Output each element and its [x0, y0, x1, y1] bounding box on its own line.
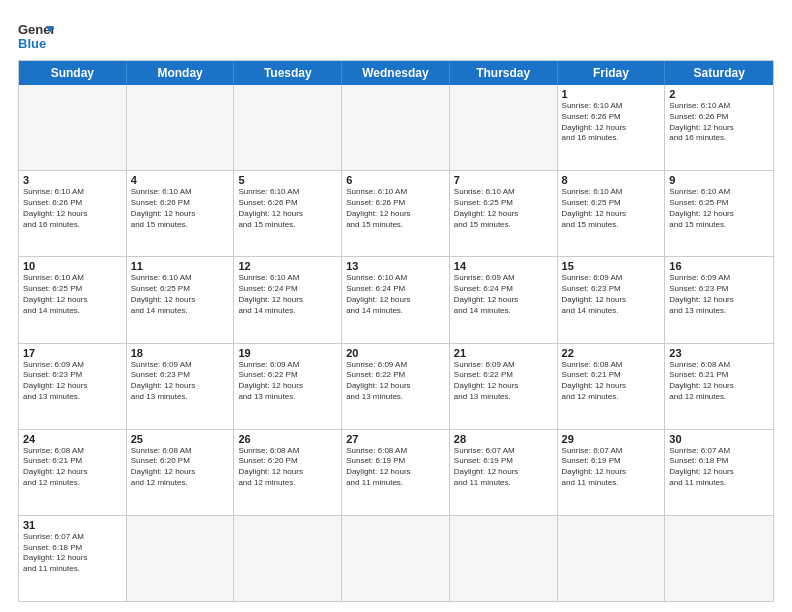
day-number: 15 — [562, 260, 661, 272]
day-number: 28 — [454, 433, 553, 445]
calendar-week-4: 24Sunrise: 6:08 AM Sunset: 6:21 PM Dayli… — [19, 430, 773, 516]
day-number: 21 — [454, 347, 553, 359]
sun-info: Sunrise: 6:08 AM Sunset: 6:19 PM Dayligh… — [346, 446, 445, 489]
day-cell-29: 29Sunrise: 6:07 AM Sunset: 6:19 PM Dayli… — [558, 430, 666, 515]
sun-info: Sunrise: 6:09 AM Sunset: 6:23 PM Dayligh… — [669, 273, 769, 316]
day-cell-13: 13Sunrise: 6:10 AM Sunset: 6:24 PM Dayli… — [342, 257, 450, 342]
day-number: 6 — [346, 174, 445, 186]
empty-cell — [665, 516, 773, 601]
sun-info: Sunrise: 6:07 AM Sunset: 6:18 PM Dayligh… — [23, 532, 122, 575]
day-number: 22 — [562, 347, 661, 359]
calendar-header: SundayMondayTuesdayWednesdayThursdayFrid… — [19, 61, 773, 85]
day-cell-12: 12Sunrise: 6:10 AM Sunset: 6:24 PM Dayli… — [234, 257, 342, 342]
empty-cell — [342, 516, 450, 601]
day-cell-8: 8Sunrise: 6:10 AM Sunset: 6:25 PM Daylig… — [558, 171, 666, 256]
day-number: 18 — [131, 347, 230, 359]
day-number: 14 — [454, 260, 553, 272]
sun-info: Sunrise: 6:08 AM Sunset: 6:20 PM Dayligh… — [131, 446, 230, 489]
sun-info: Sunrise: 6:09 AM Sunset: 6:23 PM Dayligh… — [23, 360, 122, 403]
day-number: 16 — [669, 260, 769, 272]
empty-cell — [342, 85, 450, 170]
weekday-header-monday: Monday — [127, 61, 235, 85]
day-number: 4 — [131, 174, 230, 186]
sun-info: Sunrise: 6:07 AM Sunset: 6:19 PM Dayligh… — [562, 446, 661, 489]
sun-info: Sunrise: 6:10 AM Sunset: 6:25 PM Dayligh… — [23, 273, 122, 316]
empty-cell — [127, 516, 235, 601]
weekday-header-wednesday: Wednesday — [342, 61, 450, 85]
day-cell-20: 20Sunrise: 6:09 AM Sunset: 6:22 PM Dayli… — [342, 344, 450, 429]
empty-cell — [19, 85, 127, 170]
sun-info: Sunrise: 6:10 AM Sunset: 6:26 PM Dayligh… — [346, 187, 445, 230]
sun-info: Sunrise: 6:10 AM Sunset: 6:24 PM Dayligh… — [238, 273, 337, 316]
sun-info: Sunrise: 6:09 AM Sunset: 6:23 PM Dayligh… — [562, 273, 661, 316]
day-number: 11 — [131, 260, 230, 272]
logo-icon: General Blue — [18, 18, 54, 54]
day-cell-10: 10Sunrise: 6:10 AM Sunset: 6:25 PM Dayli… — [19, 257, 127, 342]
day-cell-25: 25Sunrise: 6:08 AM Sunset: 6:20 PM Dayli… — [127, 430, 235, 515]
day-cell-26: 26Sunrise: 6:08 AM Sunset: 6:20 PM Dayli… — [234, 430, 342, 515]
sun-info: Sunrise: 6:07 AM Sunset: 6:18 PM Dayligh… — [669, 446, 769, 489]
sun-info: Sunrise: 6:10 AM Sunset: 6:25 PM Dayligh… — [131, 273, 230, 316]
day-cell-5: 5Sunrise: 6:10 AM Sunset: 6:26 PM Daylig… — [234, 171, 342, 256]
day-cell-21: 21Sunrise: 6:09 AM Sunset: 6:22 PM Dayli… — [450, 344, 558, 429]
sun-info: Sunrise: 6:08 AM Sunset: 6:21 PM Dayligh… — [562, 360, 661, 403]
day-cell-6: 6Sunrise: 6:10 AM Sunset: 6:26 PM Daylig… — [342, 171, 450, 256]
day-cell-30: 30Sunrise: 6:07 AM Sunset: 6:18 PM Dayli… — [665, 430, 773, 515]
sun-info: Sunrise: 6:10 AM Sunset: 6:25 PM Dayligh… — [454, 187, 553, 230]
sun-info: Sunrise: 6:10 AM Sunset: 6:26 PM Dayligh… — [669, 101, 769, 144]
empty-cell — [127, 85, 235, 170]
day-number: 8 — [562, 174, 661, 186]
sun-info: Sunrise: 6:10 AM Sunset: 6:26 PM Dayligh… — [238, 187, 337, 230]
day-cell-19: 19Sunrise: 6:09 AM Sunset: 6:22 PM Dayli… — [234, 344, 342, 429]
day-cell-3: 3Sunrise: 6:10 AM Sunset: 6:26 PM Daylig… — [19, 171, 127, 256]
day-cell-23: 23Sunrise: 6:08 AM Sunset: 6:21 PM Dayli… — [665, 344, 773, 429]
calendar: SundayMondayTuesdayWednesdayThursdayFrid… — [18, 60, 774, 602]
sun-info: Sunrise: 6:09 AM Sunset: 6:23 PM Dayligh… — [131, 360, 230, 403]
day-number: 1 — [562, 88, 661, 100]
day-cell-31: 31Sunrise: 6:07 AM Sunset: 6:18 PM Dayli… — [19, 516, 127, 601]
sun-info: Sunrise: 6:09 AM Sunset: 6:22 PM Dayligh… — [346, 360, 445, 403]
day-cell-4: 4Sunrise: 6:10 AM Sunset: 6:26 PM Daylig… — [127, 171, 235, 256]
weekday-header-saturday: Saturday — [665, 61, 773, 85]
day-cell-1: 1Sunrise: 6:10 AM Sunset: 6:26 PM Daylig… — [558, 85, 666, 170]
weekday-header-sunday: Sunday — [19, 61, 127, 85]
empty-cell — [450, 85, 558, 170]
sun-info: Sunrise: 6:10 AM Sunset: 6:24 PM Dayligh… — [346, 273, 445, 316]
day-number: 17 — [23, 347, 122, 359]
day-number: 30 — [669, 433, 769, 445]
day-number: 29 — [562, 433, 661, 445]
sun-info: Sunrise: 6:09 AM Sunset: 6:24 PM Dayligh… — [454, 273, 553, 316]
day-cell-7: 7Sunrise: 6:10 AM Sunset: 6:25 PM Daylig… — [450, 171, 558, 256]
logo: General Blue — [18, 18, 54, 54]
day-cell-2: 2Sunrise: 6:10 AM Sunset: 6:26 PM Daylig… — [665, 85, 773, 170]
day-cell-22: 22Sunrise: 6:08 AM Sunset: 6:21 PM Dayli… — [558, 344, 666, 429]
sun-info: Sunrise: 6:10 AM Sunset: 6:26 PM Dayligh… — [562, 101, 661, 144]
sun-info: Sunrise: 6:10 AM Sunset: 6:25 PM Dayligh… — [562, 187, 661, 230]
day-number: 20 — [346, 347, 445, 359]
day-number: 23 — [669, 347, 769, 359]
calendar-week-2: 10Sunrise: 6:10 AM Sunset: 6:25 PM Dayli… — [19, 257, 773, 343]
sun-info: Sunrise: 6:08 AM Sunset: 6:21 PM Dayligh… — [23, 446, 122, 489]
day-number: 10 — [23, 260, 122, 272]
day-number: 9 — [669, 174, 769, 186]
day-number: 24 — [23, 433, 122, 445]
day-number: 2 — [669, 88, 769, 100]
day-number: 31 — [23, 519, 122, 531]
day-number: 25 — [131, 433, 230, 445]
day-cell-14: 14Sunrise: 6:09 AM Sunset: 6:24 PM Dayli… — [450, 257, 558, 342]
calendar-week-5: 31Sunrise: 6:07 AM Sunset: 6:18 PM Dayli… — [19, 516, 773, 601]
empty-cell — [234, 516, 342, 601]
day-cell-11: 11Sunrise: 6:10 AM Sunset: 6:25 PM Dayli… — [127, 257, 235, 342]
sun-info: Sunrise: 6:08 AM Sunset: 6:20 PM Dayligh… — [238, 446, 337, 489]
sun-info: Sunrise: 6:10 AM Sunset: 6:26 PM Dayligh… — [131, 187, 230, 230]
calendar-week-1: 3Sunrise: 6:10 AM Sunset: 6:26 PM Daylig… — [19, 171, 773, 257]
calendar-body: 1Sunrise: 6:10 AM Sunset: 6:26 PM Daylig… — [19, 85, 773, 601]
day-cell-18: 18Sunrise: 6:09 AM Sunset: 6:23 PM Dayli… — [127, 344, 235, 429]
sun-info: Sunrise: 6:10 AM Sunset: 6:25 PM Dayligh… — [669, 187, 769, 230]
weekday-header-tuesday: Tuesday — [234, 61, 342, 85]
day-number: 3 — [23, 174, 122, 186]
svg-text:Blue: Blue — [18, 36, 46, 51]
day-cell-28: 28Sunrise: 6:07 AM Sunset: 6:19 PM Dayli… — [450, 430, 558, 515]
sun-info: Sunrise: 6:08 AM Sunset: 6:21 PM Dayligh… — [669, 360, 769, 403]
sun-info: Sunrise: 6:09 AM Sunset: 6:22 PM Dayligh… — [238, 360, 337, 403]
